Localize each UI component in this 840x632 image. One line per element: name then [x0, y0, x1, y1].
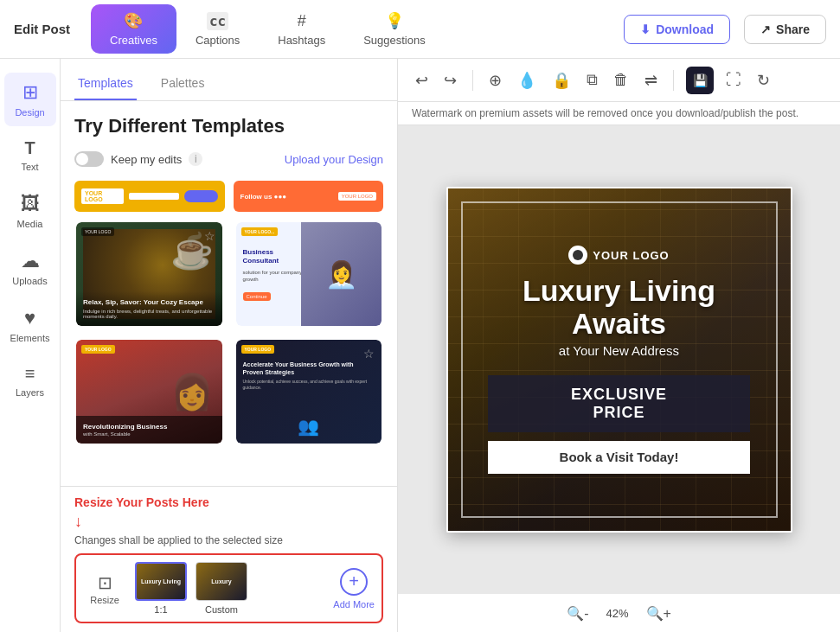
panel-tab-palettes-label: Palettes: [161, 76, 205, 90]
logo-yellow-btn: [184, 190, 218, 202]
design-canvas[interactable]: YOUR LOGO Luxury Living Awaits at Your N…: [446, 187, 792, 533]
fullscreen-icon[interactable]: ⛶: [722, 67, 745, 93]
template-thumb-meeting: YOUR LOGO ☆ Accelerate Your Business Gro…: [236, 340, 382, 444]
add-more-button[interactable]: + Add More: [333, 568, 375, 610]
keep-edits-info-icon: i: [189, 152, 202, 166]
tmpl-biz-sub: solution for your company's growth: [243, 270, 309, 284]
share-button[interactable]: ↗ Share: [744, 15, 826, 44]
uploads-icon: ☁: [21, 250, 40, 272]
sidebar-item-uploads-label: Uploads: [12, 276, 47, 286]
keep-edits-label: Keep my edits: [111, 153, 182, 166]
elements-icon: ♥: [24, 307, 35, 329]
panel-tab-palettes[interactable]: Palettes: [157, 69, 208, 100]
tab-hashtags[interactable]: # Hashtags: [259, 4, 344, 54]
tmpl-coffee-text-area: Relax, Sip, Savor: Your Cozy Escape Indu…: [76, 291, 222, 326]
tmpl-woman-person-icon: 👩: [170, 372, 214, 412]
resize-button[interactable]: ⊡ Resize: [83, 572, 126, 605]
download-icon: ⬇: [640, 22, 651, 36]
template-card-meeting[interactable]: YOUR LOGO ☆ Accelerate Your Business Gro…: [234, 338, 384, 445]
share-icon: ↗: [760, 22, 771, 36]
tmpl-coffee-sub: Indulge in rich brews, delightful treats…: [83, 309, 215, 319]
canvas-cta-box: EXCLUSIVE PRICE: [488, 375, 750, 432]
template-logo-yellow[interactable]: YOUR LOGO: [74, 181, 225, 212]
keep-edits-toggle[interactable]: [74, 151, 104, 167]
tmpl-meeting-sub: Unlock potential, achieve success, and a…: [243, 379, 375, 390]
template-card-coffee[interactable]: YOUR LOGO ☆ Relax, Sip, Savor: Your Cozy…: [74, 220, 224, 328]
template-card-woman[interactable]: YOUR LOGO Revolutionizing Business with …: [74, 338, 224, 445]
duplicate-icon[interactable]: ⧉: [583, 67, 601, 93]
tmpl-meeting-icon: 👥: [298, 416, 319, 437]
captions-icon: cc: [207, 12, 228, 30]
sidebar: ⊞ Design T Text 🖼 Media ☁ Uploads ♥ Elem…: [0, 59, 61, 632]
sidebar-item-elements[interactable]: ♥ Elements: [4, 298, 56, 352]
size-thumb-custom[interactable]: Luxury Custom: [196, 562, 247, 615]
zoom-out-button[interactable]: 🔍-: [560, 602, 595, 625]
sidebar-item-media[interactable]: 🖼 Media: [4, 184, 56, 238]
tab-suggestions[interactable]: 💡 Suggestions: [344, 4, 445, 54]
sidebar-item-design-label: Design: [15, 107, 44, 118]
share-label: Share: [776, 22, 810, 36]
tmpl-meeting-content: Accelerate Your Business Growth with Pro…: [243, 361, 375, 390]
size-thumb-1x1[interactable]: Luxury Living 1:1: [135, 562, 187, 615]
canvas-area: ↩ ↪ ⊕ 💧 🔒 ⧉ 🗑 ⇌ 💾 ⛶ ↻ Watermark on premi…: [398, 59, 840, 632]
tmpl-meeting-logo: YOUR LOGO: [241, 345, 275, 354]
media-icon: 🖼: [21, 193, 40, 215]
redo-icon[interactable]: ↪: [440, 67, 460, 93]
template-logo-orange[interactable]: Follow us ●●● YOUR LOGO: [234, 181, 384, 212]
canvas-footer: 🔍- 42% 🔍+: [398, 594, 840, 632]
tmpl-meeting-star: ☆: [363, 347, 375, 361]
tmpl-biz-cta: Continue: [243, 292, 271, 301]
sidebar-item-layers[interactable]: ≡ Layers: [4, 355, 56, 406]
upload-design-link[interactable]: Upload your Design: [285, 153, 383, 166]
sidebar-item-uploads[interactable]: ☁ Uploads: [4, 241, 56, 295]
canvas-visit-text: Book a Visit Today!: [560, 450, 679, 464]
nav-tabs: 🎨 Creatives cc Captions # Hashtags 💡 Sug…: [91, 4, 445, 54]
logo-orange-follow: Follow us ●●●: [240, 193, 287, 201]
template-card-business[interactable]: YOUR LOGO... ☆ Business Consultant solut…: [234, 220, 384, 328]
size-custom-preview-text: Luxury: [196, 563, 247, 600]
add-more-icon: +: [340, 568, 368, 596]
tmpl-biz-logo: YOUR LOGO...: [241, 227, 279, 236]
tmpl-woman-logo: YOUR LOGO: [81, 345, 115, 354]
tmpl-biz-person: 👩‍💼: [301, 222, 382, 326]
download-button[interactable]: ⬇ Download: [624, 15, 730, 44]
flip-icon[interactable]: ⇌: [641, 67, 661, 93]
canvas-content: YOUR LOGO Luxury Living Awaits at Your N…: [448, 188, 791, 531]
layers-icon: ≡: [25, 364, 35, 384]
suggestions-icon: 💡: [385, 11, 404, 30]
size-1x1-preview-text: Luxury Living: [137, 564, 185, 599]
toolbar-sep-1: [472, 70, 473, 91]
canvas-subheading: at Your New Address: [559, 343, 679, 358]
tab-captions[interactable]: cc Captions: [176, 4, 259, 54]
tab-hashtags-label: Hashtags: [278, 34, 325, 47]
tmpl-meeting-title: Accelerate Your Business Growth with Pro…: [243, 361, 375, 376]
sidebar-item-design[interactable]: ⊞ Design: [4, 73, 56, 126]
hashtags-icon: #: [298, 12, 306, 30]
edit-post-title: Edit Post: [14, 22, 70, 36]
panel-tab-templates[interactable]: Templates: [74, 69, 137, 100]
sidebar-item-text[interactable]: T Text: [4, 130, 56, 181]
lock-icon[interactable]: 🔒: [548, 67, 574, 93]
zoom-level: 42%: [606, 607, 628, 620]
rotate-icon[interactable]: ↻: [753, 67, 773, 93]
panel-tab-templates-label: Templates: [78, 76, 133, 90]
resize-btn-label: Resize: [90, 595, 119, 605]
size-custom-label: Custom: [205, 604, 238, 615]
trash-icon[interactable]: 🗑: [610, 67, 632, 93]
zoom-in-button[interactable]: 🔍+: [639, 602, 678, 625]
tmpl-biz-person-icon: 👩‍💼: [325, 259, 357, 290]
save-button[interactable]: 💾: [686, 67, 714, 94]
tmpl-woman-title: Revolutionizing Business: [83, 423, 215, 431]
canvas-logo-inner: [573, 250, 583, 260]
canvas-logo-circle: [568, 246, 587, 265]
templates-grid: YOUR LOGO ☆ Relax, Sip, Savor: Your Cozy…: [74, 220, 383, 445]
undo-icon[interactable]: ↩: [412, 67, 432, 93]
tab-creatives[interactable]: 🎨 Creatives: [91, 4, 176, 54]
droplet-icon[interactable]: 💧: [514, 67, 540, 93]
size-1x1-label: 1:1: [154, 604, 167, 615]
canvas-visit-btn[interactable]: Book a Visit Today!: [488, 441, 750, 474]
layers-toolbar-icon[interactable]: ⊕: [485, 67, 505, 93]
main-layout: ⊞ Design T Text 🖼 Media ☁ Uploads ♥ Elem…: [0, 59, 840, 632]
tmpl-biz-title: Business Consultant: [243, 248, 309, 266]
resize-hint: Changes shall be applied to the selected…: [74, 534, 383, 546]
